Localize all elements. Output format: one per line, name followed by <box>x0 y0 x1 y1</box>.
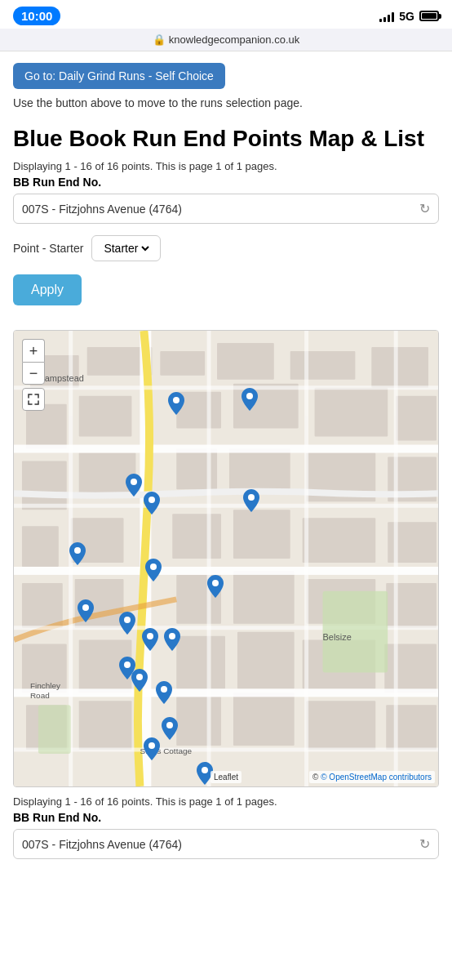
map-pin[interactable] <box>207 575 224 598</box>
apply-button[interactable]: Apply <box>13 274 82 305</box>
svg-point-63 <box>173 397 179 403</box>
map-pin[interactable] <box>156 681 172 704</box>
pagination-info: Displaying 1 - 16 of 16 points. This is … <box>13 160 439 172</box>
osm-attribution: © © OpenStreetMap contributors <box>309 771 435 783</box>
map-pin[interactable] <box>162 717 178 740</box>
svg-point-74 <box>169 633 175 639</box>
nav-button[interactable]: Go to: Daily Grind Runs - Self Choice <box>13 63 225 89</box>
bottom-bb-input-wrapper: ↻ <box>13 829 439 859</box>
bb-run-input[interactable] <box>22 203 419 216</box>
svg-rect-12 <box>315 388 388 437</box>
bottom-bb-input[interactable] <box>22 838 419 851</box>
map-pin[interactable] <box>164 628 180 651</box>
map-pin[interactable] <box>168 392 184 415</box>
svg-point-65 <box>131 479 137 485</box>
browser-url: knowledgecompanion.co.uk <box>169 33 299 46</box>
network-label: 5G <box>399 10 414 23</box>
browser-bar: 🔒knowledgecompanion.co.uk <box>0 29 452 51</box>
starter-select-wrapper[interactable]: Starter <box>91 235 161 261</box>
svg-rect-41 <box>233 693 295 746</box>
svg-rect-13 <box>396 396 436 441</box>
map-pin[interactable] <box>119 612 135 635</box>
svg-rect-7 <box>371 347 428 388</box>
bottom-bb-label: BB Run End No. <box>13 811 439 824</box>
svg-point-70 <box>212 580 219 586</box>
svg-rect-26 <box>22 583 63 628</box>
svg-rect-57 <box>38 705 71 754</box>
svg-rect-40 <box>176 697 221 746</box>
svg-rect-6 <box>290 351 356 380</box>
svg-rect-42 <box>307 702 376 751</box>
map-pin[interactable] <box>145 559 162 581</box>
bottom-pagination-info: Displaying 1 - 16 of 16 points. This is … <box>13 795 439 808</box>
map-pin[interactable] <box>142 628 158 651</box>
svg-rect-4 <box>160 351 205 376</box>
svg-rect-37 <box>384 644 436 693</box>
zoom-out-button[interactable]: − <box>22 362 45 385</box>
svg-point-69 <box>150 564 157 570</box>
page-title: Blue Book Run End Points Map & List <box>13 125 439 153</box>
svg-point-66 <box>148 497 155 503</box>
refresh-icon[interactable]: ↻ <box>419 201 430 216</box>
map-pin[interactable] <box>144 737 160 760</box>
svg-rect-29 <box>233 571 295 624</box>
bottom-refresh-icon[interactable]: ↻ <box>419 836 430 852</box>
bottom-section: Displaying 1 - 16 of 16 points. This is … <box>0 795 452 875</box>
svg-rect-31 <box>386 583 436 628</box>
svg-rect-34 <box>176 636 225 689</box>
osm-link[interactable]: © OpenStreetMap contributors <box>321 773 432 782</box>
status-bar: 10:00 5G <box>0 0 452 29</box>
svg-point-77 <box>161 686 167 693</box>
svg-rect-24 <box>303 518 376 563</box>
bb-run-field-label: BB Run End No. <box>13 176 439 189</box>
svg-point-79 <box>148 742 155 749</box>
svg-point-67 <box>248 494 255 501</box>
map-pin[interactable] <box>131 669 148 692</box>
svg-point-68 <box>74 547 81 554</box>
svg-rect-35 <box>237 632 295 689</box>
bb-run-input-wrapper: ↻ <box>13 194 439 224</box>
zoom-in-button[interactable]: + <box>22 339 45 362</box>
svg-rect-17 <box>229 449 290 494</box>
svg-rect-46 <box>14 567 438 575</box>
page-content: Go to: Daily Grind Runs - Self Choice Us… <box>0 51 452 330</box>
svg-rect-23 <box>233 510 290 559</box>
fullscreen-button[interactable] <box>22 388 45 411</box>
svg-text:Hampstead: Hampstead <box>38 373 84 383</box>
svg-rect-43 <box>386 705 436 750</box>
fullscreen-icon <box>28 394 39 405</box>
svg-rect-14 <box>22 461 67 510</box>
map-pin[interactable] <box>69 542 86 565</box>
svg-rect-45 <box>14 445 438 453</box>
lock-icon: 🔒 <box>153 33 166 46</box>
map-pin[interactable] <box>243 489 259 512</box>
svg-point-73 <box>147 633 153 639</box>
leaflet-attribution: Leaflet <box>210 771 242 783</box>
battery-icon <box>419 11 439 21</box>
starter-select[interactable]: Starter <box>100 241 152 256</box>
svg-rect-20 <box>22 526 59 567</box>
signal-bars-icon <box>379 11 394 22</box>
map-pin[interactable] <box>126 474 142 497</box>
svg-text:Road: Road <box>30 692 50 701</box>
svg-point-64 <box>246 393 253 399</box>
point-label: Point - Starter <box>13 242 83 255</box>
svg-point-78 <box>166 722 173 728</box>
svg-rect-22 <box>172 514 221 559</box>
map-container: Hampstead Belsize Finchley Road Swiss Co… <box>13 330 439 787</box>
status-time: 10:00 <box>13 7 60 25</box>
map-pin[interactable] <box>78 599 94 622</box>
svg-rect-9 <box>79 396 132 437</box>
map-controls: + − <box>22 339 45 411</box>
map-pin[interactable] <box>242 388 258 411</box>
svg-text:Finchley: Finchley <box>30 682 60 691</box>
svg-point-75 <box>124 662 131 668</box>
status-right: 5G <box>379 10 439 23</box>
svg-rect-39 <box>79 702 132 751</box>
svg-point-72 <box>124 617 131 623</box>
map-pin[interactable] <box>144 492 160 514</box>
svg-point-76 <box>136 674 143 680</box>
svg-rect-47 <box>14 689 438 697</box>
svg-point-71 <box>82 604 89 611</box>
nav-description: Use the button above to move to the runs… <box>13 96 439 112</box>
